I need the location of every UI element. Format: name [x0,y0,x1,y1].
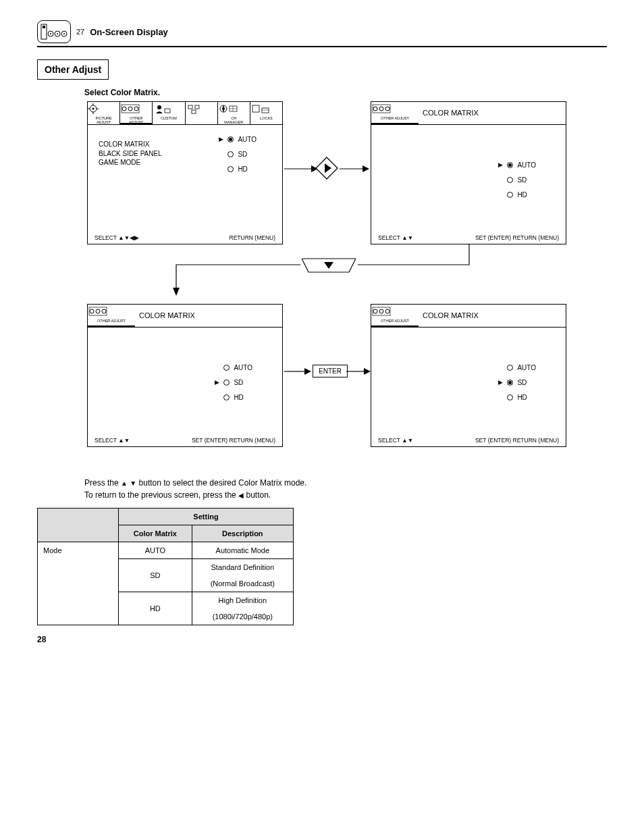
screen-title: COLOR MATRIX [139,311,195,319]
svg-rect-19 [165,109,170,113]
up-triangle-icon: ▲ [121,479,128,487]
tab-other-adjust: OTHER ADJUST [88,305,135,327]
svg-point-37 [379,107,383,111]
svg-marker-50 [364,368,371,375]
section-number: 27 [76,28,84,36]
svg-point-43 [90,309,94,313]
down-triangle-icon: ▼ [130,479,136,487]
section-icon [37,20,71,43]
svg-marker-42 [173,288,180,296]
header-bar: 27 On-Screen Display [37,20,607,47]
table-cell: HD [119,592,192,625]
svg-rect-39 [373,105,390,113]
tab-other-adjust: OTHER ADJUST [371,305,419,327]
tab-custom: CUSTOM [153,102,185,124]
table-cell: High Definition [192,592,293,609]
tab-setup [186,102,218,124]
flow-connector [152,244,476,298]
tab-other-adjust: OTHERADJUST [120,102,153,124]
table-cell: SD [119,559,192,592]
svg-point-15 [128,107,132,111]
svg-point-52 [379,309,383,313]
svg-point-5 [50,33,51,34]
table-col-header: Color Matrix [119,525,192,542]
nav-right-diamond [315,157,338,180]
step-title: Select Color Matrix. [84,88,607,97]
svg-rect-28 [262,108,269,113]
svg-point-36 [373,107,377,111]
flow-diagram: PICTUREADJUST OTHERADJUST CUSTOM CHMANAG… [78,101,607,466]
left-triangle-icon: ◀ [238,492,244,499]
svg-point-14 [122,107,126,111]
flow-arrow-right-icon [346,367,371,375]
table-cell: Standard Definition [192,559,293,576]
osd-screen-4: OTHER ADJUST COLOR MATRIX ▶AUTO ▶SD ▶HD … [371,304,566,447]
svg-point-38 [385,107,390,111]
svg-point-6 [57,33,58,34]
osd-screen-1: PICTUREADJUST OTHERADJUST CUSTOM CHMANAG… [87,101,283,244]
tab-picture-adjust: PICTUREADJUST [88,102,120,124]
svg-rect-17 [122,105,139,113]
screen-title: COLOR MATRIX [423,109,479,117]
svg-rect-54 [373,307,390,315]
tab-locks: LOCKS [250,102,282,124]
svg-marker-35 [363,165,369,172]
svg-point-45 [102,309,106,313]
table-cell: (Normal Broadcast) [192,575,293,592]
svg-rect-21 [195,105,199,109]
svg-point-7 [63,33,65,34]
svg-point-16 [134,107,138,111]
screen-title: COLOR MATRIX [423,311,479,319]
table-col-header: Description [192,525,293,542]
svg-rect-46 [89,307,107,315]
table-cell: Automatic Mode [192,542,293,559]
table-row-header: Mode [38,542,119,625]
flow-arrow-right-icon [340,165,369,173]
enter-button-label: ENTER [313,365,348,377]
svg-point-51 [373,309,377,313]
tab-ch-manager: CHMANAGER [218,102,250,124]
subsection-box: Other Adjust [37,59,109,80]
svg-rect-1 [43,26,45,28]
svg-point-53 [385,309,390,313]
osd-screen-3: OTHER ADJUST COLOR MATRIX ▶AUTO ▶SD ▶HD … [87,304,283,447]
page-number: 28 [37,635,46,644]
instruction-text: Press the ▲ ▼ button to select the desir… [84,477,607,501]
svg-point-44 [96,309,100,313]
svg-rect-27 [252,105,259,112]
svg-point-9 [92,108,95,110]
section-title: On-Screen Display [90,27,168,37]
flow-arrow-right-icon [284,367,311,375]
table-cell: (1080i/720p/480p) [192,608,293,625]
svg-rect-20 [188,105,192,109]
table-cell: AUTO [119,542,192,559]
svg-point-18 [157,105,161,109]
svg-marker-48 [304,368,311,375]
tab-other-adjust: OTHER ADJUST [371,102,419,124]
svg-rect-22 [192,110,196,113]
osd-screen-2: OTHER ADJUST COLOR MATRIX ▶AUTO ▶SD ▶HD … [371,101,566,244]
flow-arrow-right-icon [284,165,318,173]
color-matrix-table: Setting Color Matrix Description Mode AU… [37,508,294,625]
